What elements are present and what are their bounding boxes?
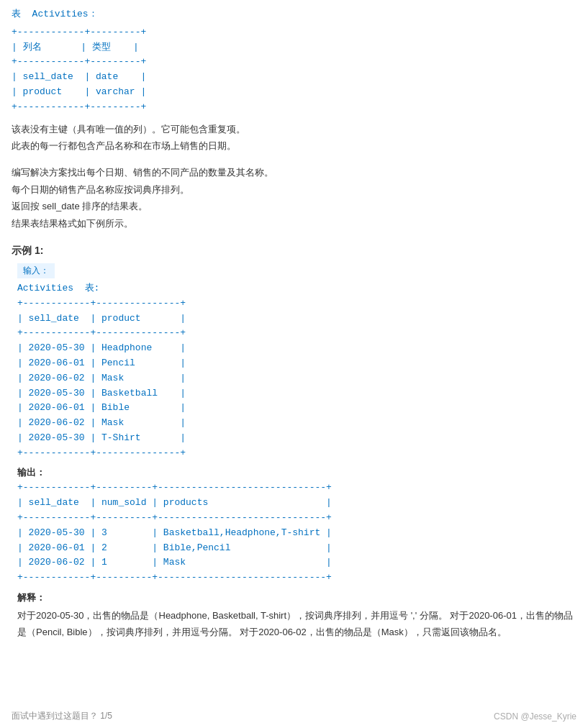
- input-table-code: +------------+---------------+ | sell_da…: [17, 296, 576, 461]
- description-text: 该表没有主键（具有唯一值的列）。它可能包含重复项。 此表的每一行都包含产品名称和…: [12, 121, 576, 155]
- schema-table-code: +------------+---------+ | 列名 | 类型 | +--…: [12, 25, 576, 115]
- table-header: 表 Activities：: [12, 7, 576, 22]
- explanation-text: 对于2020-05-30，出售的物品是（Headphone, Basketbal…: [17, 607, 576, 641]
- footer-right: CSDN @Jesse_Kyrie: [494, 711, 576, 722]
- input-label: 输入：: [17, 263, 55, 278]
- task-text: 编写解决方案找出每个日期、销售的不同产品的数量及其名称。 每个日期的销售产品名称…: [12, 164, 576, 232]
- footer: 面试中遇到过这题目？ 1/5 CSDN @Jesse_Kyrie: [0, 710, 588, 722]
- output-table-code: +------------+----------+---------------…: [17, 481, 576, 586]
- example1-title: 示例 1:: [12, 245, 576, 258]
- footer-left: 面试中遇到过这题目？ 1/5: [12, 710, 112, 722]
- description-block: 该表没有主键（具有唯一值的列）。它可能包含重复项。 此表的每一行都包含产品名称和…: [12, 121, 576, 155]
- task-block: 编写解决方案找出每个日期、销售的不同产品的数量及其名称。 每个日期的销售产品名称…: [12, 164, 576, 232]
- input-table-title: Activities 表:: [17, 281, 576, 296]
- schema-table: +------------+---------+ | 列名 | 类型 | +--…: [12, 25, 576, 115]
- table-header-text: 表 Activities：: [12, 9, 98, 19]
- example1-section: 示例 1: 输入： Activities 表: +------------+--…: [12, 245, 576, 641]
- example1-content: 输入： Activities 表: +------------+--------…: [17, 263, 576, 641]
- output-label: 输出：: [17, 466, 576, 479]
- explanation-label: 解释：: [17, 591, 576, 604]
